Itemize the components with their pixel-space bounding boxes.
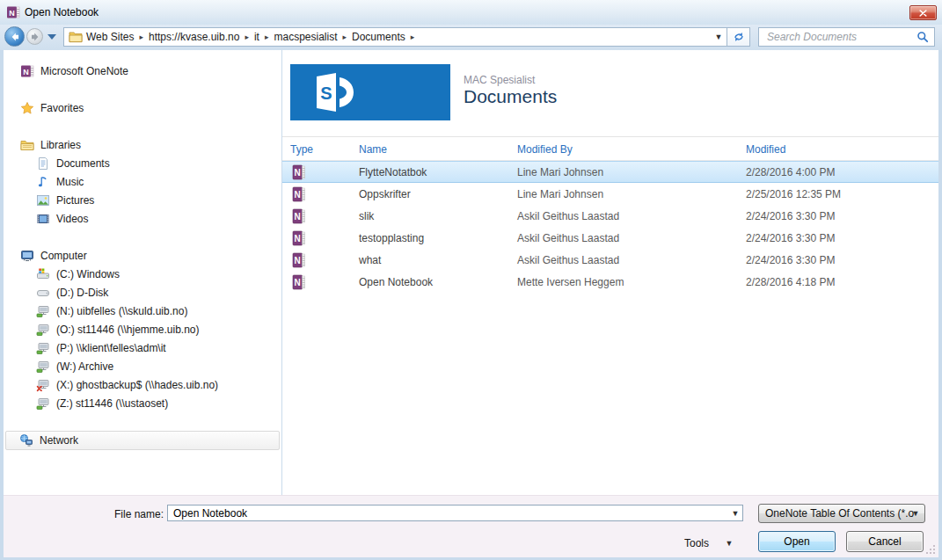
breadcrumb-separator-icon[interactable]: ▸ [263, 33, 271, 41]
sidebar-item-label: Pictures [56, 194, 94, 207]
back-button[interactable] [4, 26, 25, 47]
notebook-icon: N [292, 186, 306, 202]
hdd-icon [35, 285, 50, 300]
site-name: MAC Spesialist [464, 74, 535, 86]
onenote-app-icon: N [6, 5, 20, 19]
notebook-icon: N [292, 208, 306, 224]
sidebar-item-documents[interactable]: Documents [4, 154, 281, 172]
svg-text:S: S [320, 84, 332, 103]
file-type-value: OneNote Table Of Contents (*.o [765, 507, 914, 520]
sidebar-item-z-st11446-ustaoset[interactable]: (Z:) st11446 (\\ustaoset) [4, 394, 281, 412]
sidebar-item-label: Network [40, 434, 78, 447]
sidebar-item-x-ghostbackup-hades-uib-no[interactable]: (X:) ghostbackup$ (\\hades.uib.no) [4, 375, 281, 394]
breadcrumb-segment-documents[interactable]: Documents [348, 28, 409, 46]
column-header-name[interactable]: Name [359, 143, 517, 156]
breadcrumb-segment-it[interactable]: it [251, 28, 263, 46]
modified-date-cell: 2/28/2016 4:18 PM [746, 276, 938, 288]
modified-by-cell: Mette Iversen Heggem [517, 276, 746, 288]
sidebar-item-label: Microsoft OneNote [40, 65, 128, 77]
search-icon[interactable] [916, 31, 929, 43]
search-box[interactable] [758, 27, 935, 47]
refresh-button[interactable] [727, 27, 750, 47]
file-name-cell: what [359, 254, 517, 266]
file-type-select[interactable]: OneNote Table Of Contents (*.o ▼ [758, 504, 925, 523]
sidebar-item-label: Favorites [40, 102, 84, 114]
tools-menu-button[interactable]: Tools ▼ [684, 535, 736, 552]
table-row-oppskrifter[interactable]: NOppskrifterLine Mari Johnsen2/25/2016 1… [282, 183, 938, 205]
close-button[interactable] [909, 5, 937, 20]
sidebar-item-label: (P:) \\klient\felles\adm\it [56, 342, 166, 354]
table-row-slik[interactable]: NslikAskil Geithus Laastad2/24/2016 3:30… [282, 205, 938, 227]
doc-icon [35, 156, 50, 171]
sidebar-section-libraries: LibrariesDocumentsMusicPicturesVideos [4, 135, 281, 228]
table-row-open-notebook[interactable]: NOpen NotebookMette Iversen Heggem2/28/2… [282, 271, 938, 293]
cancel-button[interactable]: Cancel [846, 531, 924, 552]
sidebar-item-label: (Z:) st11446 (\\ustaoset) [56, 397, 168, 410]
resize-grip[interactable] [925, 544, 936, 555]
file-type-cell: N [290, 252, 359, 268]
svg-text:N: N [294, 234, 300, 244]
file-name-input[interactable] [172, 506, 728, 520]
sidebar-item-label: (C:) Windows [56, 268, 120, 280]
modified-date-cell: 2/24/2016 3:30 PM [746, 254, 938, 266]
breadcrumb-segment-macspesialist[interactable]: macspesialist [270, 28, 340, 46]
netdrive-icon [35, 322, 50, 337]
modified-date-cell: 2/25/2016 12:35 PM [746, 188, 938, 200]
open-button[interactable]: Open [758, 531, 836, 552]
sidebar-item-n-uibfelles-skuld-uib-no[interactable]: (N:) uibfelles (\\skuld.uib.no) [4, 302, 281, 320]
sidebar-item-label: Videos [56, 213, 88, 225]
table-header-row: TypeNameModified ByModified [282, 137, 938, 161]
sidebar-item-music[interactable]: Music [4, 172, 281, 191]
sidebar-item-o-st11446-hjemme-uib-no[interactable]: (O:) st11446 (\\hjemme.uib.no) [4, 320, 281, 338]
recent-pages-chevron-icon[interactable] [47, 34, 56, 40]
sidebar-item-label: (X:) ghostbackup$ (\\hades.uib.no) [56, 379, 218, 391]
breadcrumb-separator-icon[interactable]: ▸ [409, 33, 417, 41]
search-input[interactable] [765, 30, 916, 44]
table-row-testopplasting[interactable]: NtestopplastingAskil Geithus Laastad2/24… [282, 227, 938, 249]
sidebar-item-label: Documents [56, 157, 110, 170]
sidebar-item-microsoft-onenote[interactable]: NMicrosoft OneNote [4, 62, 281, 80]
forward-button[interactable] [26, 28, 43, 45]
sidebar-section-computer: Computer(C:) Windows(D:) D-Disk(N:) uibf… [4, 246, 281, 412]
computer-icon [19, 248, 34, 263]
table-row-what[interactable]: NwhatAskil Geithus Laastad2/24/2016 3:30… [282, 249, 938, 271]
sidebar-item-computer[interactable]: Computer [4, 246, 281, 265]
forward-arrow-icon [30, 32, 40, 42]
title-bar[interactable]: N Open Notebook [0, 0, 942, 25]
sharepoint-logo: S [290, 64, 450, 120]
sidebar-item-favorites[interactable]: Favorites [4, 98, 281, 117]
svg-text:N: N [9, 9, 15, 18]
sidebar-item-videos[interactable]: Videos [4, 209, 281, 228]
sidebar-item-label: (O:) st11446 (\\hjemme.uib.no) [56, 324, 200, 336]
sidebar-item-w-archive[interactable]: (W:) Archive [4, 357, 281, 375]
address-bar[interactable]: Web Sites▸https://kvase.uib.no▸it▸macspe… [63, 27, 727, 47]
svg-text:N: N [294, 212, 300, 222]
file-type-cell: N [290, 230, 359, 246]
file-name-dropdown-icon[interactable]: ▼ [728, 509, 742, 518]
column-header-modified[interactable]: Modified [746, 143, 938, 156]
sidebar-item-c-windows[interactable]: (C:) Windows [4, 265, 281, 283]
sidebar-item-p-klient-felles-adm-it[interactable]: (P:) \\klient\felles\adm\it [4, 338, 281, 357]
sidebar-item-d-d-disk[interactable]: (D:) D-Disk [4, 283, 281, 302]
file-name-combobox[interactable]: ▼ [167, 505, 743, 521]
breadcrumb-separator-icon[interactable]: ▸ [341, 33, 349, 41]
sidebar-item-libraries[interactable]: Libraries [4, 135, 281, 154]
svg-text:N: N [294, 278, 300, 287]
svg-text:N: N [294, 168, 300, 178]
column-header-type[interactable]: Type [290, 143, 359, 156]
table-row-flyttenotatbok[interactable]: NFlytteNotatbokLine Mari Johnsen2/28/201… [282, 161, 938, 183]
breadcrumb-segment-web-sites[interactable]: Web Sites [83, 28, 137, 46]
address-dropdown-icon[interactable]: ▼ [711, 33, 727, 41]
column-header-modified-by[interactable]: Modified By [517, 143, 746, 156]
breadcrumb-separator-icon[interactable]: ▸ [137, 33, 145, 41]
tools-dropdown-icon: ▼ [722, 539, 736, 548]
network-icon [18, 433, 33, 448]
breadcrumb-segment-https-kvase-uib-no[interactable]: https://kvase.uib.no [145, 28, 243, 46]
breadcrumb: Web Sites▸https://kvase.uib.no▸it▸macspe… [83, 28, 416, 46]
breadcrumb-separator-icon[interactable]: ▸ [243, 33, 251, 41]
documents-table: TypeNameModified ByModifiedNFlytteNotatb… [282, 137, 938, 293]
sidebar-item-pictures[interactable]: Pictures [4, 191, 281, 209]
sidebar-section-microsoft-onenote: NMicrosoft OneNote [4, 62, 281, 80]
sharepoint-header: S MAC Spesialist Documents [282, 50, 938, 137]
sidebar-item-network[interactable]: Network [5, 431, 280, 450]
